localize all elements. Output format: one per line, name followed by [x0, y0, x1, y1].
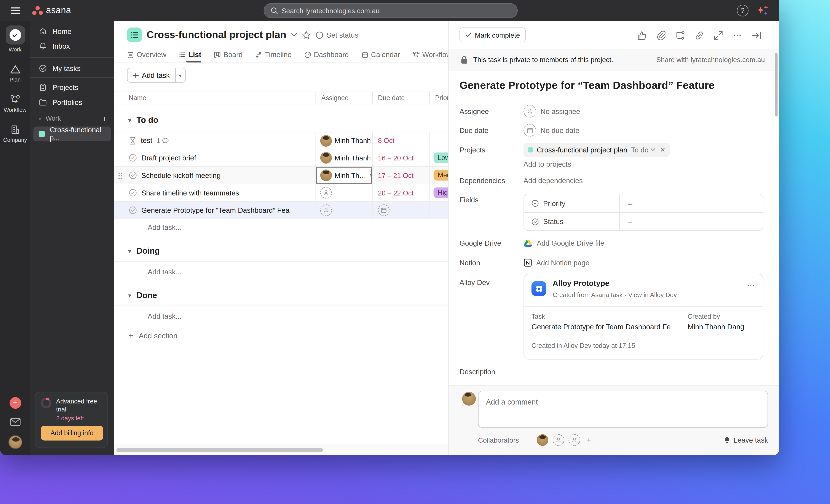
- tab-overview[interactable]: Overview: [127, 48, 166, 62]
- priority-field-name[interactable]: Priority: [524, 194, 620, 212]
- alloy-prototype-card[interactable]: Alloy Prototype Created from Asana task …: [523, 274, 763, 359]
- section-header-todo[interactable]: ▼ To do: [127, 116, 158, 125]
- add-billing-info-button[interactable]: Add billing info: [41, 426, 103, 441]
- tab-workflow[interactable]: Workflow: [413, 48, 448, 62]
- close-panel-icon[interactable]: [751, 30, 762, 40]
- priority-tag-med[interactable]: Med: [434, 170, 448, 181]
- task-name-cell[interactable]: test 1: [114, 132, 316, 149]
- add-section-button[interactable]: ＋ Add section: [127, 331, 178, 341]
- assignee-cell[interactable]: [316, 184, 373, 201]
- tab-dashboard[interactable]: Dashboard: [304, 48, 349, 62]
- due-date-cell[interactable]: 17 – 21 Oct: [373, 167, 430, 184]
- favorite-star-icon[interactable]: [302, 31, 311, 39]
- collaborator-avatar[interactable]: [537, 434, 549, 446]
- due-date-value[interactable]: No due date: [523, 124, 579, 137]
- due-date-cell[interactable]: 20 – 22 Oct: [373, 184, 430, 201]
- column-header-assignee[interactable]: Assignee: [316, 92, 373, 104]
- add-project-button[interactable]: +: [102, 114, 107, 123]
- sidebar-section-work[interactable]: ▾ Work +: [33, 112, 111, 125]
- priority-tag-high[interactable]: High: [434, 187, 448, 198]
- set-status-button[interactable]: Set status: [315, 31, 358, 39]
- assignee-cell[interactable]: Minh Thanh…: [316, 132, 373, 149]
- project-section-dropdown[interactable]: To do: [631, 146, 656, 154]
- alloy-card-menu-button[interactable]: …: [747, 279, 756, 288]
- project-icon[interactable]: [127, 28, 142, 42]
- collaborator-ghost-icon[interactable]: [569, 434, 580, 446]
- horizontal-scrollbar-track[interactable]: [114, 444, 448, 455]
- priority-cell[interactable]: Med: [430, 167, 448, 184]
- add-task-dropdown-button[interactable]: ▾: [175, 68, 186, 83]
- column-header-priority[interactable]: Priority: [430, 92, 448, 104]
- sidebar-item-inbox[interactable]: Inbox: [33, 39, 111, 53]
- create-button[interactable]: +: [9, 397, 21, 409]
- share-link[interactable]: Share with lyratechnologies.com.au: [656, 56, 765, 64]
- project-pill[interactable]: Cross-functional project plan To do ✕: [523, 143, 670, 157]
- help-button[interactable]: ?: [737, 5, 748, 17]
- attachment-icon[interactable]: [656, 30, 666, 40]
- task-check-icon[interactable]: [129, 189, 137, 197]
- priority-cell[interactable]: [430, 202, 448, 219]
- tab-timeline[interactable]: Timeline: [255, 48, 292, 62]
- task-row-schedule-kickoff-meeting[interactable]: Schedule kickoff meeting Minh Th… ✕ 17 –…: [114, 167, 448, 184]
- section-header-doing[interactable]: ▼ Doing: [127, 246, 160, 256]
- priority-cell[interactable]: High: [430, 184, 448, 201]
- rail-item-work[interactable]: Work: [0, 26, 30, 53]
- task-row-share-timeline[interactable]: Share timeline with teammates 20 – 22 Oc…: [114, 184, 448, 202]
- section-header-done[interactable]: ▼ Done: [127, 291, 157, 300]
- rail-item-company[interactable]: Company: [0, 125, 30, 143]
- sidebar-toggle-icon[interactable]: [10, 7, 20, 13]
- task-row-test[interactable]: test 1 Minh Thanh… 8 Oct: [114, 132, 448, 149]
- assignee-cell[interactable]: [316, 202, 373, 219]
- remove-project-button[interactable]: ✕: [660, 146, 666, 154]
- sidebar-item-home[interactable]: Home: [33, 25, 111, 38]
- horizontal-scrollbar-thumb[interactable]: [117, 448, 323, 452]
- due-date-cell[interactable]: 8 Oct: [373, 132, 430, 149]
- add-task-inline-todo[interactable]: Add task...: [114, 223, 448, 231]
- tab-calendar[interactable]: Calendar: [361, 48, 400, 62]
- leave-task-button[interactable]: Leave task: [724, 436, 768, 444]
- task-check-icon[interactable]: [129, 154, 137, 162]
- column-header-name[interactable]: Name: [114, 92, 316, 104]
- task-title[interactable]: Generate Prototype for “Team Dashboard” …: [459, 78, 756, 92]
- status-field-name[interactable]: Status: [524, 213, 620, 230]
- search-input[interactable]: Search lyratechnologies.com.au: [264, 3, 518, 18]
- mail-icon[interactable]: [9, 417, 21, 427]
- due-date-cell[interactable]: 16 – 20 Oct: [373, 149, 430, 166]
- task-name-cell[interactable]: Schedule kickoff meeting: [114, 167, 316, 184]
- sidebar-item-projects[interactable]: Projects: [33, 81, 111, 94]
- add-task-inline-doing[interactable]: Add task...: [114, 268, 448, 276]
- remove-assignee-button[interactable]: ✕: [369, 172, 373, 179]
- project-menu-chevron-icon[interactable]: [291, 33, 297, 37]
- more-options-icon[interactable]: [732, 30, 743, 40]
- priority-tag-low[interactable]: Low: [434, 152, 448, 163]
- assignee-value[interactable]: No assignee: [523, 105, 580, 118]
- add-collaborator-button[interactable]: ＋: [584, 434, 593, 445]
- add-task-button[interactable]: Add task: [127, 68, 175, 83]
- user-avatar[interactable]: [8, 435, 22, 449]
- expand-icon[interactable]: [713, 30, 724, 40]
- ai-sparkle-icon[interactable]: [756, 4, 770, 17]
- priority-cell[interactable]: [430, 132, 448, 149]
- add-google-drive-file-button[interactable]: Add Google Drive file: [523, 239, 604, 247]
- tab-board[interactable]: Board: [214, 48, 243, 62]
- add-notion-page-button[interactable]: Add Notion page: [523, 258, 589, 267]
- asana-logo[interactable]: asana: [32, 5, 71, 16]
- collaborator-ghost-icon[interactable]: [553, 434, 565, 446]
- task-row-draft-project-brief[interactable]: Draft project brief Minh Thanh… 16 – 20 …: [114, 149, 448, 167]
- priority-cell[interactable]: Low: [430, 149, 448, 166]
- sidebar-item-portfolios[interactable]: Portfolios: [33, 95, 111, 109]
- like-icon[interactable]: [637, 30, 647, 40]
- due-date-cell[interactable]: [373, 202, 430, 219]
- subtask-icon[interactable]: [675, 30, 685, 40]
- column-header-due-date[interactable]: Due date: [373, 92, 430, 104]
- task-check-icon[interactable]: [129, 171, 137, 180]
- sidebar-item-my-tasks[interactable]: My tasks: [33, 61, 111, 75]
- task-name-cell[interactable]: Draft project brief: [114, 149, 316, 166]
- priority-value[interactable]: –: [620, 199, 633, 207]
- add-to-projects-button[interactable]: Add to projects: [523, 160, 571, 168]
- task-row-generate-prototype[interactable]: Generate Prototype for “Team Dashboard” …: [114, 202, 448, 219]
- add-task-inline-done[interactable]: Add task...: [114, 312, 448, 320]
- sidebar-item-cross-functional-project[interactable]: Cross-functional p...: [33, 126, 111, 141]
- add-dependencies-button[interactable]: Add dependencies: [523, 177, 583, 185]
- assignee-cell[interactable]: Minh Thanh…: [316, 149, 373, 166]
